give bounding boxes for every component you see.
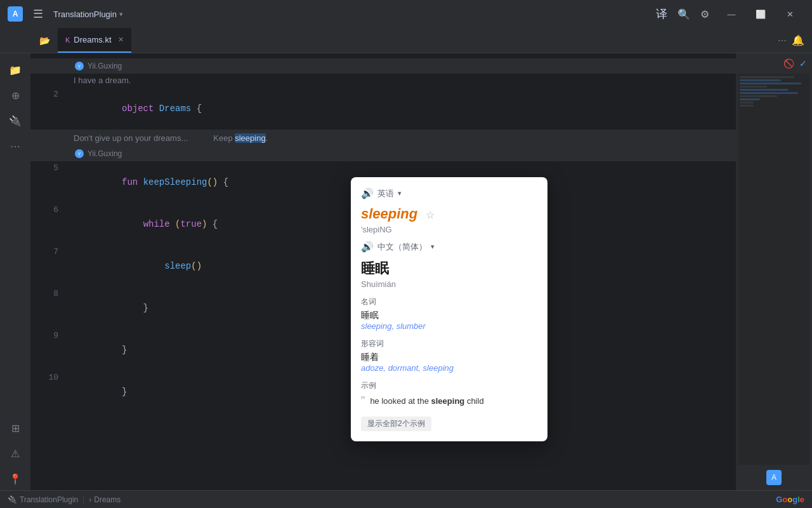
code-line-2: 2 object Dreams { [30, 88, 736, 130]
check-icon[interactable]: ✓ [799, 58, 807, 69]
minimap-line [740, 76, 794, 78]
target-lang-row: 🔊 中文（简体） ▾ [361, 241, 537, 253]
titlebar: A ☰ TranslationPlugin ▾ 译 🔍 ⚙ — ⬜ ✕ [0, 0, 812, 28]
line-number-9: 9 [30, 329, 69, 343]
suggestion-text-keep: Keep sleeping. [213, 133, 268, 143]
line-number-6: 6 [30, 203, 69, 217]
comment-author-avatar-2: Y [75, 149, 84, 158]
close-button[interactable]: ✕ [775, 0, 804, 28]
dict-noun-en: sleeping, slumber [361, 321, 537, 331]
maximize-button[interactable]: ⬜ [746, 0, 775, 28]
dict-show-more-button[interactable]: 显示全部2个示例 [361, 417, 431, 431]
breadcrumb-arrow: › [89, 495, 91, 504]
dict-example-section: 示例 " he looked at the sleeping child [361, 380, 537, 408]
plugin-label: TranslationPlugin [20, 495, 78, 504]
comment-author-2: Yii.Guxing [88, 149, 122, 158]
target-lang-label: 中文（简体） [377, 241, 427, 253]
line-number-10: 10 [30, 371, 69, 385]
dict-pinyin: Shuìmián [361, 279, 537, 289]
minimap-line [740, 79, 781, 81]
dict-main-translation: 睡眠 [361, 259, 537, 278]
statusbar-sep-1 [83, 495, 84, 504]
tabbar-actions: ⋯ 🔔 [770, 28, 812, 53]
editor-container: Y Yii.Guxing I have a dream. 2 object Dr… [30, 53, 736, 490]
minimap-line [740, 102, 754, 104]
source-lang-dropdown[interactable]: ▾ [398, 189, 402, 197]
comment-text-1: I have a dream. [30, 74, 736, 88]
line-number-8: 8 [30, 287, 69, 301]
dict-adj-en: adoze, dormant, sleeping [361, 363, 537, 373]
main-layout: 📁 ⊕ 🔌 ⋯ ⊞ ⚠ 📍 Y Yii.Guxing I have a drea… [0, 53, 812, 490]
minimap-line [740, 98, 760, 100]
statusbar: 🔌 TranslationPlugin › Dreams Google [0, 490, 812, 508]
statusbar-breadcrumb[interactable]: › Dreams [89, 495, 121, 504]
translate-sidebar-icon[interactable]: A [766, 470, 782, 485]
minimize-button[interactable]: — [717, 0, 746, 28]
dict-example-label: 示例 [361, 380, 537, 391]
comment-author-1: Yii.Guxing [88, 62, 122, 70]
notification-bell[interactable]: 🔔 [792, 34, 804, 46]
suggestion-line: Don't give up on your dreams... Keep sle… [30, 130, 736, 146]
dict-adj-section: 形容词 睡着 adoze, dormant, sleeping [361, 338, 537, 373]
dict-noun-section: 名词 睡眠 sleeping, slumber [361, 297, 537, 331]
tabbar: 📂 K Dreams.kt ✕ ⋯ 🔔 [0, 28, 812, 53]
sidebar-item-terminal[interactable]: ⊞ [4, 417, 27, 439]
google-logo: Google [776, 495, 804, 504]
minimap [738, 74, 809, 465]
statusbar-right: Google [776, 495, 804, 504]
statusbar-plugin[interactable]: 🔌 TranslationPlugin [8, 495, 78, 504]
comment-popup-2: Y Yii.Guxing [30, 146, 736, 161]
settings-icon[interactable]: ⚙ [700, 8, 709, 20]
tabs-more-icon[interactable]: ⋯ [778, 36, 787, 46]
comment-author-avatar-1: Y [75, 62, 84, 70]
file-tree-toggle[interactable]: 📂 [32, 28, 58, 53]
comment-popup-1: Y Yii.Guxing [30, 58, 736, 74]
tab-close-button[interactable]: ✕ [118, 36, 124, 44]
source-speaker-icon[interactable]: 🔊 [361, 187, 374, 199]
dict-adj-label: 形容词 [361, 338, 537, 349]
eye-slash-icon[interactable]: 🚫 [783, 58, 794, 69]
minimap-line [740, 86, 767, 88]
search-icon[interactable]: 🔍 [678, 8, 690, 20]
tab-dreams-kt[interactable]: K Dreams.kt ✕ [58, 28, 131, 53]
sidebar-icons: 📁 ⊕ 🔌 ⋯ ⊞ ⚠ 📍 [0, 53, 30, 490]
source-lang-label: 英语 [377, 188, 394, 199]
minimap-line [740, 105, 754, 107]
dict-phonetic: 'slepiNG [361, 225, 537, 234]
minimap-line [740, 89, 788, 91]
line-number-5: 5 [30, 161, 69, 175]
plugin-icon: 🔌 [8, 495, 17, 504]
tab-label: Dreams.kt [74, 35, 111, 44]
sidebar-item-folder[interactable]: 📁 [4, 58, 27, 81]
menu-icon[interactable]: ☰ [30, 4, 46, 23]
minimap-line [740, 83, 801, 84]
dict-star-button[interactable]: ☆ [426, 210, 435, 220]
minimap-line [740, 92, 798, 94]
dictionary-popup: 🔊 英语 ▾ sleeping ☆ 'slepiNG 🔊 中文（简体） ▾ 睡眠… [351, 177, 547, 441]
breadcrumb-page: Dreams [94, 495, 121, 504]
sidebar-item-problems[interactable]: ⚠ [4, 442, 27, 465]
dict-noun-label: 名词 [361, 297, 537, 307]
title-dropdown-arrow[interactable]: ▾ [119, 10, 123, 18]
suggestion-text-1: Don't give up on your dreams... [74, 133, 188, 143]
selected-word-sleeping: sleeping [235, 133, 265, 143]
translate-icon[interactable]: 译 [656, 6, 667, 22]
line-content-2: object Dreams { [69, 88, 736, 130]
window-controls: — ⬜ ✕ [717, 0, 804, 28]
right-panel-icons: 🚫 ✓ [738, 56, 809, 71]
minimap-line [740, 95, 777, 97]
app-title: TranslationPlugin ▾ [53, 10, 123, 19]
dict-noun-cn: 睡眠 [361, 310, 537, 321]
app-logo: A [8, 6, 23, 22]
target-speaker-icon[interactable]: 🔊 [361, 241, 374, 253]
source-lang-row: 🔊 英语 ▾ [361, 187, 537, 199]
sidebar-item-plugins[interactable]: 🔌 [4, 109, 27, 132]
right-panel: 🚫 ✓ A [736, 53, 812, 490]
sidebar-item-more[interactable]: ⋯ [4, 135, 27, 157]
target-lang-dropdown[interactable]: ▾ [431, 243, 435, 251]
sidebar-item-add[interactable]: ⊕ [4, 84, 27, 107]
dict-adj-cn: 睡着 [361, 352, 537, 363]
dict-example-text: he looked at the sleeping child [370, 395, 483, 408]
sidebar-item-location[interactable]: 📍 [4, 467, 27, 490]
dict-word-row: sleeping ☆ [361, 206, 537, 222]
